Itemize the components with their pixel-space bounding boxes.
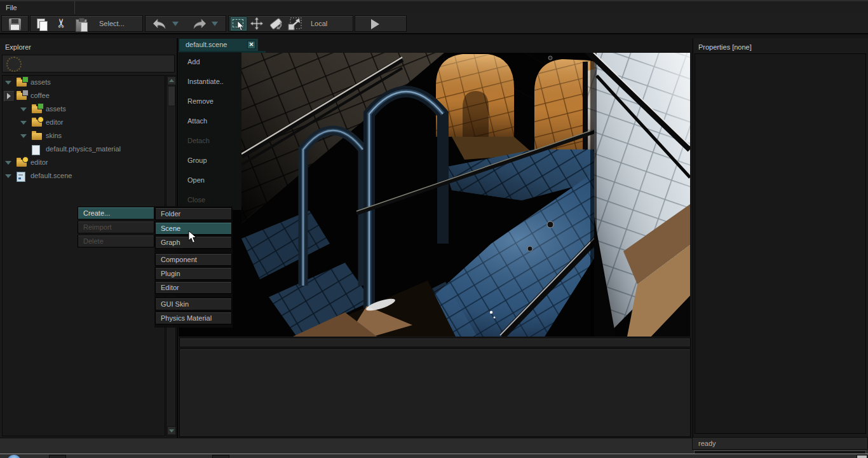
- scene-context-menu: AddInstantiate..RemoveAttachDetachGroupO…: [179, 52, 241, 210]
- scroll-down-icon: [169, 429, 174, 433]
- scene-render: [179, 53, 690, 337]
- coordinate-space-button[interactable]: Local: [311, 16, 327, 31]
- create-submenu-item-plugin[interactable]: Plugin: [155, 267, 232, 280]
- copy-button[interactable]: [34, 17, 51, 31]
- tree-item-coffee[interactable]: coffee: [3, 89, 165, 102]
- status-message: ready: [692, 437, 868, 450]
- undo-icon: [153, 19, 165, 29]
- toolbar-group-tools: Local: [228, 15, 353, 32]
- play-icon: [371, 19, 379, 29]
- tab-title: default.scene: [186, 39, 227, 51]
- context-menu-item-instantiate[interactable]: Instantiate..: [179, 72, 241, 92]
- tree-item-assets[interactable]: assets: [3, 102, 165, 116]
- asset-menu-item-delete: Delete: [78, 235, 154, 247]
- scene-viewport[interactable]: [179, 53, 690, 337]
- undo-dropdown-icon[interactable]: [172, 22, 179, 26]
- expand-arrow-box[interactable]: [4, 91, 15, 102]
- cut-button[interactable]: ✂: [55, 17, 71, 31]
- redo-button[interactable]: [191, 18, 208, 30]
- menu-file[interactable]: File: [0, 1, 75, 14]
- tree-item-default-scene[interactable]: default.scene: [3, 169, 165, 183]
- play-button[interactable]: [367, 17, 384, 31]
- create-submenu-item-scene[interactable]: Scene: [155, 222, 232, 235]
- tree-item-label: assets: [31, 76, 51, 89]
- redo-dropdown-icon[interactable]: [212, 22, 218, 26]
- select-button[interactable]: Select...: [99, 16, 125, 31]
- scene-icon: [17, 172, 25, 182]
- properties-title: Properties [none]: [698, 43, 752, 51]
- folder-import-icon: [32, 106, 42, 113]
- context-menu-item-open[interactable]: Open: [179, 170, 241, 190]
- menu-bar: File: [0, 0, 868, 14]
- save-button[interactable]: [3, 17, 20, 31]
- create-submenu-item-physics-material[interactable]: Physics Material: [155, 312, 232, 324]
- select-tool-button[interactable]: [230, 17, 247, 31]
- tab-close-button[interactable]: ✕: [247, 41, 255, 49]
- os-taskbar[interactable]: [0, 454, 868, 458]
- tab-default-scene[interactable]: default.scene ✕: [179, 39, 258, 51]
- output-panel: [179, 349, 691, 437]
- tree-item-label: editor: [31, 156, 48, 169]
- scroll-up-icon: [169, 79, 174, 82]
- expanded-arrow-icon[interactable]: [20, 134, 27, 138]
- folder-pin-icon: [32, 120, 42, 127]
- tree-item-editor[interactable]: editor: [3, 156, 165, 169]
- context-menu-item-remove[interactable]: Remove: [179, 92, 241, 111]
- tree-item-default-physics_material[interactable]: default.physics_material: [3, 142, 165, 156]
- properties-content: [695, 53, 866, 434]
- copy-icon: [37, 18, 45, 29]
- scroll-up-button[interactable]: [167, 76, 176, 85]
- create-submenu-item-folder[interactable]: Folder: [155, 207, 232, 220]
- folder-package-icon: [17, 93, 27, 100]
- toolbar-group-clipboard: ✂ Select...: [30, 15, 143, 32]
- asset-menu-item-reimport: Reimport: [78, 221, 154, 233]
- create-submenu-item-gui-skin[interactable]: GUI Skin: [155, 298, 232, 310]
- taskbar-item[interactable]: [212, 455, 229, 458]
- search-ring-icon: [6, 57, 22, 72]
- folder-icon: [32, 133, 42, 140]
- tree-item-editor[interactable]: editor: [3, 116, 165, 129]
- explorer-title: Explorer: [5, 43, 31, 51]
- collapsed-arrow-icon: [7, 93, 11, 99]
- redo-icon: [194, 19, 206, 29]
- expanded-arrow-icon[interactable]: [5, 174, 11, 178]
- tree-item-label: coffee: [31, 89, 50, 102]
- scrollbar-thumb[interactable]: [168, 86, 175, 106]
- tree-item-label: skins: [46, 129, 62, 142]
- cut-icon: ✂: [55, 18, 67, 29]
- paste-icon: [76, 19, 87, 32]
- asset-menu-item-create[interactable]: Create...: [78, 207, 154, 219]
- asset-tree: assetscoffeeassetseditorskinsdefault.phy…: [2, 75, 165, 436]
- scroll-down-button[interactable]: [167, 426, 176, 435]
- folder-import-icon: [17, 80, 27, 87]
- file-icon: [32, 145, 40, 155]
- tree-item-assets[interactable]: assets: [3, 76, 165, 89]
- expanded-arrow-icon[interactable]: [5, 81, 11, 85]
- context-menu-item-add[interactable]: Add: [179, 52, 241, 72]
- create-submenu-item-graph[interactable]: Graph: [155, 236, 232, 249]
- expanded-arrow-icon[interactable]: [20, 121, 27, 125]
- start-orb-icon[interactable]: [7, 455, 21, 458]
- taskbar-item[interactable]: [857, 455, 867, 458]
- taskbar-item[interactable]: [49, 455, 66, 458]
- rotate-tool-button[interactable]: [267, 17, 284, 31]
- move-tool-button[interactable]: [248, 17, 266, 31]
- expanded-arrow-icon[interactable]: [5, 161, 11, 165]
- tree-item-label: default.physics_material: [46, 142, 121, 156]
- paste-button[interactable]: [74, 17, 90, 31]
- create-submenu-item-editor[interactable]: Editor: [155, 281, 232, 294]
- tree-item-label: default.scene: [31, 169, 72, 183]
- context-menu-item-attach[interactable]: Attach: [179, 111, 241, 131]
- viewport-hscrollbar[interactable]: [179, 338, 691, 347]
- create-submenu-item-component[interactable]: Component: [155, 253, 232, 266]
- expanded-arrow-icon[interactable]: [20, 108, 27, 111]
- tree-item-skins[interactable]: skins: [3, 129, 165, 142]
- toolbar-group-history: [145, 15, 226, 32]
- search-input[interactable]: [2, 55, 175, 73]
- asset-context-menu: Create...ReimportDelete: [78, 207, 154, 249]
- undo-button[interactable]: [151, 18, 168, 30]
- scale-tool-button[interactable]: [287, 17, 304, 31]
- toolbar-group-file: [1, 15, 29, 32]
- context-menu-item-group[interactable]: Group: [179, 151, 241, 170]
- tree-item-label: assets: [46, 102, 66, 116]
